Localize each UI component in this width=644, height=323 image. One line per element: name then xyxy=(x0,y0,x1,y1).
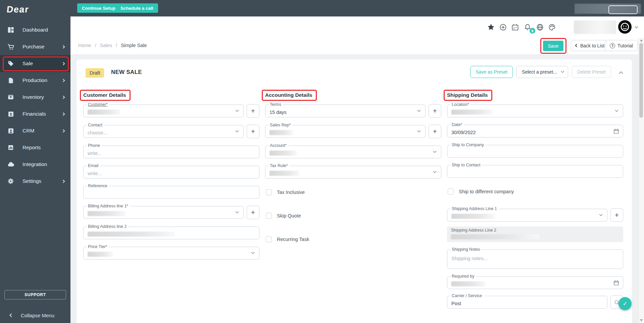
calendar-icon[interactable] xyxy=(511,24,519,31)
account-field[interactable]: Account* xyxy=(265,146,441,158)
billing-address-1-field[interactable]: Billing Address line 1* xyxy=(83,206,244,219)
tax-inclusive-checkbox-row[interactable]: Tax Inclusive xyxy=(266,189,441,195)
sidebar-item-purchase[interactable]: Purchase xyxy=(0,38,70,55)
shipping-notes-field[interactable]: Shipping Notes Shipping notes... xyxy=(447,249,623,269)
sidebar-item-dashboard[interactable]: Dashboard xyxy=(0,22,70,38)
date-field[interactable]: Date* 30/09/2022 xyxy=(447,125,623,137)
sidebar-item-label: Dashboard xyxy=(22,27,64,33)
scrollbar-thumb[interactable] xyxy=(639,43,643,118)
globe-icon[interactable] xyxy=(536,24,544,31)
phone-field[interactable]: Phone write... xyxy=(83,146,259,158)
field-value: 30/09/2022 xyxy=(451,130,476,135)
required-by-field[interactable]: Required by xyxy=(447,276,623,289)
chevron-right-icon xyxy=(62,79,65,82)
field-value: Post xyxy=(451,301,461,306)
field-label: Account* xyxy=(268,143,288,148)
continue-setup-button[interactable]: Continue Setup xyxy=(77,3,120,13)
add-contact-button[interactable]: + xyxy=(247,125,259,138)
contact-field[interactable]: Contact choose... xyxy=(83,125,244,138)
breadcrumb-home[interactable]: Home xyxy=(78,43,91,48)
section-title-customer: Customer Details xyxy=(83,92,126,98)
save-button[interactable]: Save xyxy=(543,41,563,51)
back-to-list-button[interactable]: Back to List xyxy=(571,40,609,51)
sidebar-item-reports[interactable]: Reports xyxy=(0,139,70,156)
sidebar-nav: Dashboard Purchase Sale Production xyxy=(0,22,70,190)
price-tier-field[interactable]: Price Tier* xyxy=(83,247,259,259)
sidebar-item-financials[interactable]: $ Financials xyxy=(0,106,70,122)
reference-field[interactable]: Reference xyxy=(83,186,259,199)
ship-different-company-checkbox[interactable] xyxy=(448,189,454,195)
scroll-down-arrow[interactable] xyxy=(640,319,643,321)
tax-inclusive-checkbox[interactable] xyxy=(266,189,272,195)
customer-field[interactable]: Customer* xyxy=(83,105,244,117)
collapse-menu-button[interactable]: Collapse Menu xyxy=(0,309,70,322)
add-shipping-address-button[interactable]: + xyxy=(610,208,623,222)
vertical-scrollbar[interactable] xyxy=(638,38,644,323)
ship-to-contact-field[interactable]: Ship to Contact xyxy=(447,165,623,178)
terms-field[interactable]: Terms 15 days xyxy=(265,105,426,117)
avatar[interactable] xyxy=(618,20,632,34)
quick-add-icon[interactable] xyxy=(499,24,507,31)
save-as-preset-button[interactable]: Save as Preset xyxy=(470,66,513,78)
checkbox-label: Tax Inclusive xyxy=(277,190,305,195)
chevron-right-icon xyxy=(62,179,65,183)
field-label: Email xyxy=(87,163,100,168)
sidebar-item-integration[interactable]: Integration xyxy=(0,156,70,173)
tax-rule-field[interactable]: Tax Rule* xyxy=(265,166,441,178)
add-sales-rep-button[interactable]: + xyxy=(429,125,441,138)
ship-to-company-field[interactable]: Ship to Company xyxy=(447,145,623,158)
add-terms-button[interactable]: + xyxy=(429,104,441,118)
field-placeholder: write... xyxy=(88,171,102,176)
tutorial-button[interactable]: ? Tutorial xyxy=(605,40,638,51)
chevron-right-icon xyxy=(62,95,65,99)
redacted-value xyxy=(269,151,297,156)
breadcrumb-separator: / xyxy=(95,43,96,48)
customer-details-column: Customer Details Customer* + Contact cho… xyxy=(83,92,259,316)
field-label: Date* xyxy=(450,122,463,127)
calendar-icon[interactable] xyxy=(613,280,619,286)
breadcrumb-separator: / xyxy=(116,43,117,48)
sidebar-item-production[interactable]: Production xyxy=(0,72,70,89)
new-sale-card: Draft NEW SALE Save as Preset Select a p… xyxy=(77,59,632,323)
add-customer-button[interactable]: + xyxy=(247,104,259,118)
calendar-icon[interactable] xyxy=(613,128,619,134)
theme-palette-icon[interactable] xyxy=(548,24,556,31)
scroll-up-arrow[interactable] xyxy=(640,39,643,41)
status-badge: Draft xyxy=(86,68,104,78)
collapse-section-icon[interactable] xyxy=(619,71,623,76)
support-button[interactable]: SUPPORT xyxy=(4,290,66,299)
chevron-left-icon xyxy=(575,44,579,47)
sales-rep-field[interactable]: Sales Rep* xyxy=(265,125,426,138)
ship-different-company-checkbox-row[interactable]: Ship to different company xyxy=(448,189,623,195)
floating-confirm-button[interactable]: ✓ xyxy=(618,297,632,310)
sidebar-item-inventory[interactable]: Inventory xyxy=(0,89,70,106)
sidebar-item-sale[interactable]: Sale xyxy=(0,55,70,72)
recurring-task-checkbox[interactable] xyxy=(266,236,272,242)
sidebar-item-settings[interactable]: Settings xyxy=(0,173,70,190)
contact-card-icon xyxy=(7,127,15,135)
billing-address-2-field[interactable]: Billing Address line 2 xyxy=(83,227,259,239)
field-label: Contact xyxy=(87,123,104,127)
chevron-down-icon xyxy=(417,129,421,132)
dear-logo[interactable]: Dear xyxy=(7,3,29,15)
breadcrumb-sales[interactable]: Sales xyxy=(100,43,112,48)
carrier-service-field[interactable]: Carrier / Service Post xyxy=(447,296,607,309)
recurring-task-checkbox-row[interactable]: Recurring Task xyxy=(266,236,441,242)
skip-quote-checkbox-row[interactable]: Skip Quote xyxy=(266,213,441,219)
form-columns: Customer Details Customer* + Contact cho… xyxy=(77,92,632,316)
accounting-details-column: Accounting Details Terms 15 days + Sales… xyxy=(265,92,441,316)
shipping-address-1-field[interactable]: Shipping Address Line 1 xyxy=(447,209,607,221)
field-value: 15 days xyxy=(269,110,287,115)
sidebar-item-crm[interactable]: CRM xyxy=(0,122,70,139)
cloud-icon xyxy=(7,160,15,168)
select-preset-dropdown[interactable]: Select a preset... xyxy=(516,66,568,78)
main-content: Draft NEW SALE Save as Preset Select a p… xyxy=(70,55,638,323)
email-field[interactable]: Email write... xyxy=(83,166,259,178)
schedule-call-button[interactable]: Schedule a call xyxy=(116,3,158,13)
favorites-star-icon[interactable] xyxy=(487,24,495,31)
file-icon xyxy=(7,76,15,84)
sidebar-item-label: Reports xyxy=(22,145,64,151)
location-field[interactable]: Location* xyxy=(447,105,623,117)
add-billing-address-button[interactable]: + xyxy=(247,206,259,219)
skip-quote-checkbox[interactable] xyxy=(266,213,272,219)
